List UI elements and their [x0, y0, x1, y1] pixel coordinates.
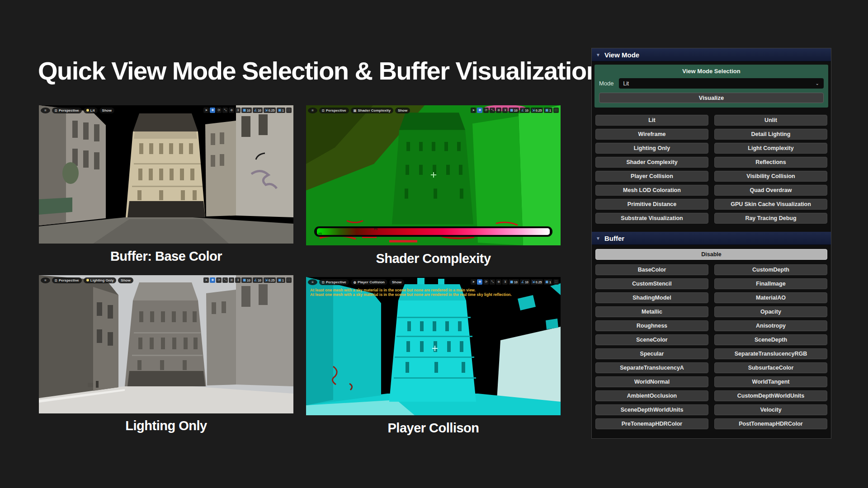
buffer-button-pretonemaphdrcolor[interactable]: PreTonemapHDRColor: [595, 418, 708, 429]
maximize-viewport-icon[interactable]: ⛶: [553, 279, 559, 285]
view-mode-button-visibility-collision[interactable]: Visibility Collision: [714, 171, 827, 182]
view-mode-button-ray-tracing-debug[interactable]: Ray Tracing Debug: [714, 213, 827, 224]
view-mode-chip[interactable]: Lit: [84, 108, 98, 113]
buffer-button-worldnormal[interactable]: WorldNormal: [595, 376, 708, 387]
show-chip[interactable]: Show: [118, 277, 133, 283]
view-mode-button-shader-complexity[interactable]: Shader Complexity: [595, 157, 708, 168]
viewport-menu-icon[interactable]: ≡: [308, 108, 317, 113]
view-mode-chip[interactable]: ▤Shader Complexity: [351, 108, 393, 113]
buffer-button-customdepthworldunits[interactable]: CustomDepthWorldUnits: [714, 390, 827, 401]
buffer-disable-button[interactable]: Disable: [595, 249, 827, 260]
maximize-viewport-icon[interactable]: ⛶: [553, 108, 559, 113]
surface-snap-icon[interactable]: ⊻: [235, 108, 241, 113]
show-chip[interactable]: Show: [389, 279, 404, 285]
scale-tool-icon[interactable]: ⤡: [490, 279, 495, 285]
view-mode-button-light-complexity[interactable]: Light Complexity: [714, 143, 827, 154]
cursor-select-icon[interactable]: ➤: [203, 277, 209, 283]
surface-snap-icon[interactable]: ⊻: [502, 279, 508, 285]
buffer-button-finalimage[interactable]: FinalImage: [714, 278, 827, 289]
grid-snap-toggle[interactable]: ▦10: [241, 108, 251, 113]
viewport-menu-icon[interactable]: ≡: [41, 108, 50, 113]
buffer-button-scenedepth[interactable]: SceneDepth: [714, 334, 827, 345]
camera-speed-control[interactable]: ▣1: [544, 108, 552, 113]
world-space-icon[interactable]: ⊕: [496, 279, 501, 285]
view-mode-chip[interactable]: ◍Player Collision: [351, 279, 387, 285]
rotate-tool-icon[interactable]: ⟳: [216, 277, 222, 283]
world-space-icon[interactable]: ⊕: [496, 108, 501, 113]
show-chip[interactable]: Show: [395, 108, 410, 113]
mode-dropdown[interactable]: Lit ⌄: [619, 78, 824, 89]
cursor-select-icon[interactable]: ➤: [203, 108, 209, 113]
buffer-button-velocity[interactable]: Velocity: [714, 404, 827, 415]
rotate-tool-icon[interactable]: ⟳: [483, 108, 489, 113]
viewport-menu-icon[interactable]: ≡: [308, 279, 317, 285]
cursor-select-icon[interactable]: ➤: [471, 279, 476, 285]
scale-tool-icon[interactable]: ⤡: [222, 108, 228, 113]
view-mode-button-quad-overdraw[interactable]: Quad Overdraw: [714, 185, 827, 196]
maximize-viewport-icon[interactable]: ⛶: [286, 277, 292, 283]
buffer-button-subsurfacecolor[interactable]: SubsurfaceColor: [714, 362, 827, 373]
buffer-button-opacity[interactable]: Opacity: [714, 306, 827, 317]
scale-snap-toggle[interactable]: ⇲0.25: [264, 108, 276, 113]
perspective-chip[interactable]: ⊡Perspective: [52, 108, 82, 113]
buffer-button-roughness[interactable]: Roughness: [595, 320, 708, 331]
view-mode-button-primitive-distance[interactable]: Primitive Distance: [595, 199, 708, 210]
buffer-button-shadingmodel[interactable]: ShadingModel: [595, 292, 708, 303]
view-mode-button-unlit[interactable]: Unlit: [714, 115, 827, 126]
buffer-button-customstencil[interactable]: CustomStencil: [595, 278, 708, 289]
scale-tool-icon[interactable]: ⤡: [222, 277, 228, 283]
rotation-snap-toggle[interactable]: ∠10: [253, 108, 263, 113]
buffer-button-scenecolor[interactable]: SceneColor: [595, 334, 708, 345]
surface-snap-icon[interactable]: ⊻: [502, 108, 508, 113]
buffer-button-separatetranslucencyrgb[interactable]: SeparateTranslucencyRGB: [714, 348, 827, 359]
world-space-icon[interactable]: ⊕: [229, 108, 234, 113]
buffer-button-customdepth[interactable]: CustomDepth: [714, 264, 827, 275]
rotation-snap-toggle[interactable]: ∠10: [520, 279, 530, 285]
buffer-section-header[interactable]: ▼ Buffer: [592, 232, 831, 245]
view-mode-button-wireframe[interactable]: Wireframe: [595, 129, 708, 140]
rotation-snap-toggle[interactable]: ∠10: [253, 277, 263, 283]
view-mode-button-lighting-only[interactable]: Lighting Only: [595, 143, 708, 154]
rotate-tool-icon[interactable]: ⟳: [483, 279, 489, 285]
scale-tool-icon[interactable]: ⤡: [490, 108, 495, 113]
camera-speed-control[interactable]: ▣1: [277, 277, 285, 283]
translate-tool-icon[interactable]: ✥: [210, 108, 215, 113]
visualize-button[interactable]: Visualize: [599, 93, 824, 103]
scale-snap-toggle[interactable]: ⇲0.25: [531, 108, 543, 113]
buffer-button-separatetranslucencya[interactable]: SeparateTranslucencyA: [595, 362, 708, 373]
buffer-button-anisotropy[interactable]: Anisotropy: [714, 320, 827, 331]
view-mode-button-mesh-lod-coloration[interactable]: Mesh LOD Coloration: [595, 185, 708, 196]
view-mode-button-reflections[interactable]: Reflections: [714, 157, 827, 168]
view-mode-button-lit[interactable]: Lit: [595, 115, 708, 126]
scale-snap-toggle[interactable]: ⇲0.25: [264, 277, 276, 283]
show-chip[interactable]: Show: [99, 108, 114, 113]
viewport-menu-icon[interactable]: ≡: [41, 277, 50, 283]
buffer-button-posttonemaphdrcolor[interactable]: PostTonemapHDRColor: [714, 418, 827, 429]
translate-tool-icon[interactable]: ✥: [477, 279, 482, 285]
camera-speed-control[interactable]: ▣1: [277, 108, 285, 113]
view-mode-section-header[interactable]: ▼ View Mode: [592, 48, 831, 61]
grid-snap-toggle[interactable]: ▦10: [509, 108, 519, 113]
translate-tool-icon[interactable]: ✥: [210, 277, 215, 283]
view-mode-button-gpu-skin-cache-visualization[interactable]: GPU Skin Cache Visualization: [714, 199, 827, 210]
perspective-chip[interactable]: ⊡Perspective: [319, 279, 349, 285]
maximize-viewport-icon[interactable]: ⛶: [286, 108, 292, 113]
grid-snap-toggle[interactable]: ▦10: [241, 277, 251, 283]
view-mode-button-detail-lighting[interactable]: Detail Lighting: [714, 129, 827, 140]
perspective-chip[interactable]: ⊡Perspective: [319, 108, 349, 113]
scale-snap-toggle[interactable]: ⇲0.25: [531, 279, 543, 285]
rotation-snap-toggle[interactable]: ∠10: [520, 108, 530, 113]
cursor-select-icon[interactable]: ➤: [471, 108, 476, 113]
view-mode-button-substrate-visualization[interactable]: Substrate Visualization: [595, 213, 708, 224]
surface-snap-icon[interactable]: ⊻: [235, 277, 241, 283]
view-mode-chip[interactable]: Lighting Only: [84, 277, 117, 283]
buffer-button-specular[interactable]: Specular: [595, 348, 708, 359]
buffer-button-materialao[interactable]: MaterialAO: [714, 292, 827, 303]
buffer-button-scenedepthworldunits[interactable]: SceneDepthWorldUnits: [595, 404, 708, 415]
buffer-button-metallic[interactable]: Metallic: [595, 306, 708, 317]
buffer-button-ambientocclusion[interactable]: AmbientOcclusion: [595, 390, 708, 401]
translate-tool-icon[interactable]: ✥: [477, 108, 482, 113]
rotate-tool-icon[interactable]: ⟳: [216, 108, 222, 113]
grid-snap-toggle[interactable]: ▦10: [509, 279, 519, 285]
buffer-button-basecolor[interactable]: BaseColor: [595, 264, 708, 275]
